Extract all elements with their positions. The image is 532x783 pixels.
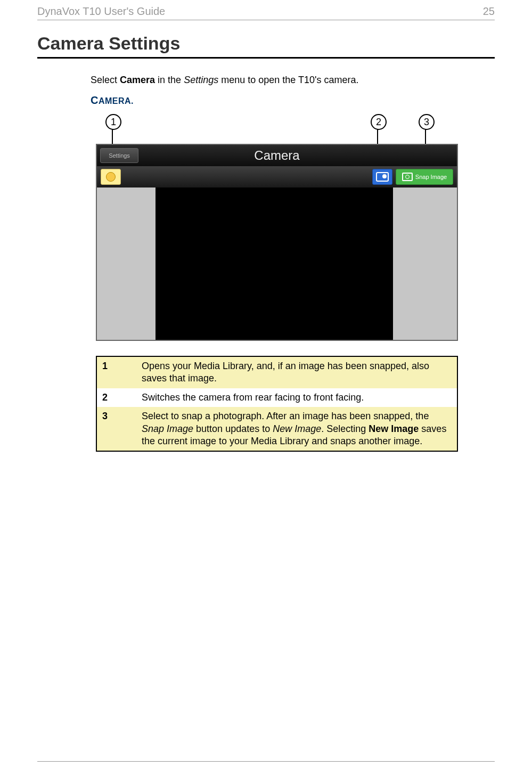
row2-text: Switches the camera from rear facing to … [136,388,457,407]
media-library-button[interactable] [101,169,121,185]
row3-new-italic: New Image [273,423,321,434]
switch-icon [376,172,389,182]
sub-heading-rest: AMERA. [99,96,134,105]
camera-window: Settings Camera Snap Image [96,144,458,341]
table-row: 2 Switches the camera from rear facing t… [96,388,457,407]
callout-1: 1 [105,114,121,130]
text-in-the: in the [155,75,184,85]
window-title: Camera [254,148,299,163]
page-number: 25 [483,5,495,18]
intro-paragraph: Select Camera in the Settings menu to op… [91,75,495,86]
sub-heading-c: C [91,94,99,106]
camera-switch-button[interactable] [372,169,392,185]
row3-new-bold: New Image [369,423,419,434]
row3-mid2: . Selecting [321,423,369,434]
callout-1-line [112,129,113,144]
callout-3: 3 [419,114,435,130]
camera-icon [402,173,413,181]
smiley-icon [106,172,116,182]
callout-3-line [425,129,426,144]
snap-image-button[interactable]: Snap Image [396,169,453,185]
table-row: 3 Select to snap a photograph. After an … [96,407,457,451]
titlebar: Settings Camera [97,145,457,166]
description-table: 1 Opens your Media Library, and, if an i… [96,356,458,452]
callout-2: 2 [371,114,387,130]
page-header: DynaVox T10 User's Guide 25 [37,5,495,20]
text-rest: menu to open the T10's camera. [218,75,358,85]
row3-pre: Select to snap a photograph. After an im… [142,411,429,421]
callouts-row: 1 2 3 [96,114,458,144]
row1-text: Opens your Media Library, and, if an ima… [136,356,457,388]
figure: 1 2 3 Settings Camera [96,114,458,341]
sub-heading-camera: CAMERA. [91,94,495,107]
snap-image-label: Snap Image [415,174,447,180]
row3-num: 3 [96,407,136,451]
callout-2-line [377,129,378,144]
row3-snap-italic: Snap Image [142,423,193,434]
footer-rule [37,761,495,762]
row1-num: 1 [96,356,136,388]
camera-viewport [155,187,393,340]
text-settings-italic: Settings [184,75,218,85]
text-camera-bold: Camera [120,75,155,85]
row3-text: Select to snap a photograph. After an im… [136,407,457,451]
guide-title: DynaVox T10 User's Guide [37,5,165,18]
text-select: Select [91,75,120,85]
document-page: DynaVox T10 User's Guide 25 Camera Setti… [0,0,532,783]
row3-mid: button updates to [193,423,273,434]
table-row: 1 Opens your Media Library, and, if an i… [96,356,457,388]
settings-back-button[interactable]: Settings [100,148,138,163]
row2-num: 2 [96,388,136,407]
toolbar: Snap Image [97,166,457,187]
section-title: Camera Settings [37,33,495,59]
